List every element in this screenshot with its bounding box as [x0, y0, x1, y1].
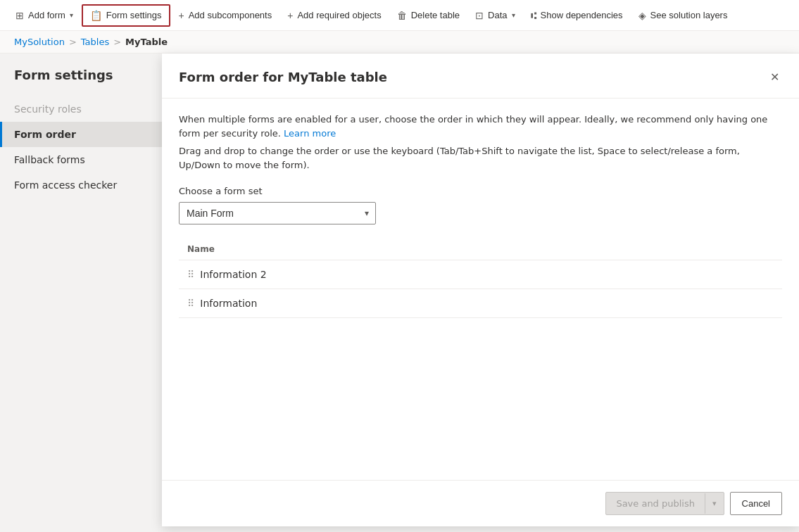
- form-settings-panel: Form settings Security roles Form order …: [0, 53, 162, 526]
- add-subcomponents-icon: +: [179, 10, 184, 21]
- form-row-name: Information 2: [200, 269, 266, 280]
- add-subcomponents-button[interactable]: + Add subcomponents: [172, 6, 279, 25]
- dialog-header: Form order for MyTable table ✕: [162, 53, 799, 99]
- data-label: Data: [488, 10, 507, 20]
- add-form-chevron-icon: ▾: [70, 11, 73, 19]
- delete-table-label: Delete table: [411, 10, 460, 20]
- see-solution-layers-button[interactable]: ◈ See solution layers: [631, 6, 735, 25]
- show-dependencies-button[interactable]: ⑆ Show dependencies: [524, 6, 630, 25]
- dialog-body: When multiple forms are enabled for a us…: [162, 99, 799, 480]
- delete-table-button[interactable]: 🗑 Delete table: [390, 6, 467, 25]
- table-row: ⠿Information 2: [179, 260, 782, 289]
- add-subcomponents-label: Add subcomponents: [189, 10, 272, 20]
- form-set-dropdown-wrapper: Main Form Quick Create Card Form ▾: [179, 202, 376, 224]
- sidebar-item-security-roles[interactable]: Security roles: [0, 96, 162, 122]
- form-set-label: Choose a form set: [179, 186, 782, 196]
- form-row-cell[interactable]: ⠿Information: [179, 289, 782, 318]
- learn-more-link[interactable]: Learn more: [284, 128, 336, 139]
- form-order-dialog: Form order for MyTable table ✕ When mult…: [162, 53, 799, 526]
- breadcrumb-tables[interactable]: Tables: [81, 37, 109, 47]
- add-required-objects-button[interactable]: + Add required objects: [280, 6, 388, 25]
- dialog-desc-1-text: When multiple forms are enabled for a us…: [179, 114, 767, 139]
- breadcrumb: MySolution > Tables > MyTable: [0, 31, 799, 53]
- add-form-label: Add form: [28, 10, 65, 20]
- dialog-description-1: When multiple forms are enabled for a us…: [179, 113, 782, 140]
- form-settings-icon: 📋: [90, 10, 102, 21]
- form-settings-button[interactable]: 📋 Form settings: [82, 4, 170, 27]
- add-form-button[interactable]: ⊞ Add form ▾: [8, 6, 80, 25]
- save-publish-button: Save and publish ▾: [605, 492, 724, 515]
- sidebar-item-form-order[interactable]: Form order: [0, 122, 162, 147]
- drag-handle-icon: ⠿: [187, 269, 194, 280]
- breadcrumb-sep-1: >: [69, 37, 77, 47]
- breadcrumb-sep-2: >: [113, 37, 121, 47]
- form-settings-label: Form settings: [106, 10, 162, 20]
- panel-title: Form settings: [0, 68, 162, 96]
- toolbar: ⊞ Add form ▾ 📋 Form settings + Add subco…: [0, 0, 799, 31]
- add-required-objects-label: Add required objects: [297, 10, 381, 20]
- data-icon: ⊡: [475, 10, 484, 21]
- drag-handle-icon: ⠿: [187, 298, 194, 309]
- sidebar-item-form-access-checker[interactable]: Form access checker: [0, 172, 162, 198]
- form-order-table: Name ⠿Information 2⠿Information: [179, 239, 782, 318]
- data-chevron-icon: ▾: [512, 11, 515, 19]
- cancel-button[interactable]: Cancel: [730, 492, 782, 515]
- close-dialog-button[interactable]: ✕: [767, 68, 782, 87]
- data-button[interactable]: ⊡ Data ▾: [468, 6, 522, 25]
- breadcrumb-solution[interactable]: MySolution: [14, 37, 65, 47]
- sidebar-item-fallback-forms[interactable]: Fallback forms: [0, 147, 162, 172]
- form-row-cell[interactable]: ⠿Information 2: [179, 260, 782, 289]
- form-row-name: Information: [200, 298, 257, 309]
- dialog-footer: Save and publish ▾ Cancel: [162, 480, 799, 526]
- form-set-dropdown[interactable]: Main Form Quick Create Card Form: [179, 202, 376, 224]
- see-solution-layers-label: See solution layers: [650, 10, 728, 20]
- save-publish-chevron-icon: ▾: [705, 493, 724, 514]
- save-publish-label: Save and publish: [606, 493, 705, 514]
- show-dependencies-label: Show dependencies: [541, 10, 623, 20]
- dialog-title: Form order for MyTable table: [179, 70, 387, 84]
- breadcrumb-current: MyTable: [125, 37, 168, 47]
- delete-table-icon: 🗑: [397, 10, 407, 21]
- show-dependencies-icon: ⑆: [531, 10, 536, 21]
- main-area: Type ▾ Custom Custom Custom Custom Form …: [0, 53, 799, 526]
- add-required-objects-icon: +: [287, 10, 293, 21]
- see-solution-layers-icon: ◈: [638, 10, 646, 21]
- dialog-description-2: Drag and drop to change the order or use…: [179, 144, 782, 172]
- add-form-icon: ⊞: [15, 10, 24, 21]
- table-row: ⠿Information: [179, 289, 782, 318]
- name-column-header: Name: [179, 239, 782, 260]
